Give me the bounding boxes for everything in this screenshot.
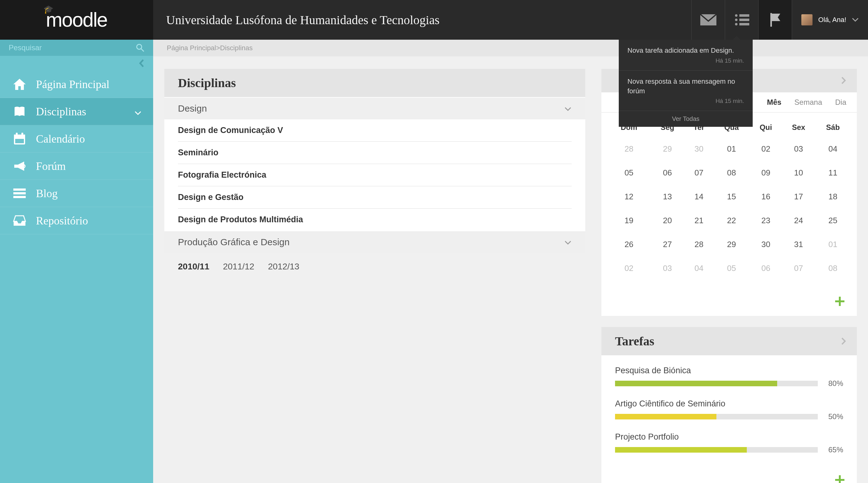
calendar-day[interactable]: 26 xyxy=(608,233,650,256)
add-task-button[interactable] xyxy=(601,469,857,483)
notifications-button[interactable] xyxy=(758,0,792,40)
add-event-button[interactable] xyxy=(601,290,857,316)
calendar-day[interactable]: 08 xyxy=(816,257,850,280)
page-title: Disciplinas xyxy=(164,69,585,97)
sidebar-item-calendar[interactable]: Calendário xyxy=(0,125,153,153)
calendar-day[interactable]: 17 xyxy=(782,185,815,208)
calendar-day[interactable]: 20 xyxy=(650,209,684,232)
calendar-day[interactable]: 06 xyxy=(750,257,781,280)
calendar-day[interactable]: 25 xyxy=(816,209,850,232)
calendar-day[interactable]: 11 xyxy=(816,161,850,184)
logo[interactable]: 🎓moodle xyxy=(0,0,153,40)
sidebar-item-inbox[interactable]: Repositório xyxy=(0,207,153,234)
calendar-tab[interactable]: Dia xyxy=(835,98,846,107)
calendar-day[interactable]: 23 xyxy=(750,209,781,232)
course-item[interactable]: Design e Gestão xyxy=(178,186,571,209)
sidebar-item-horn[interactable]: Forúm xyxy=(0,153,153,180)
calendar-day[interactable]: 15 xyxy=(713,185,750,208)
calendar-day[interactable]: 18 xyxy=(816,185,850,208)
calendar-day[interactable]: 27 xyxy=(650,233,684,256)
user-menu[interactable]: Olá, Ana! xyxy=(792,0,868,40)
calendar-day[interactable]: 30 xyxy=(685,137,713,160)
calendar-day[interactable]: 02 xyxy=(608,257,650,280)
progress-bar xyxy=(615,381,818,386)
sidebar-item-menu[interactable]: Blog xyxy=(0,180,153,207)
chevron-down-icon xyxy=(134,105,142,118)
task-percent: 65% xyxy=(824,446,843,454)
calendar-day[interactable]: 14 xyxy=(685,185,713,208)
calendar-day[interactable]: 09 xyxy=(750,161,781,184)
course-item[interactable]: Fotografia Electrónica xyxy=(178,164,571,186)
calendar-tab[interactable]: Mês xyxy=(767,98,781,107)
calendar-day[interactable]: 19 xyxy=(608,209,650,232)
breadcrumb-root[interactable]: Página Principal xyxy=(167,44,216,52)
sidebar-collapse-button[interactable] xyxy=(0,56,153,71)
sidebar-item-home[interactable]: Página Principal xyxy=(0,71,153,98)
calendar-day[interactable]: 02 xyxy=(750,137,781,160)
calendar-day[interactable]: 21 xyxy=(685,209,713,232)
calendar-day[interactable]: 29 xyxy=(650,137,684,160)
calendar-day[interactable]: 08 xyxy=(713,161,750,184)
greeting-text: Olá, Ana! xyxy=(818,16,846,24)
calendar-day[interactable]: 16 xyxy=(750,185,781,208)
search-input[interactable] xyxy=(9,43,136,52)
svg-point-5 xyxy=(735,23,738,25)
year-tab[interactable]: 2012/13 xyxy=(268,262,299,272)
course-section-header[interactable]: Design xyxy=(164,97,585,119)
calendar-day[interactable]: 31 xyxy=(782,233,815,256)
task-item[interactable]: Pesquisa de Biónica80% xyxy=(615,366,843,388)
calendar-day[interactable]: 07 xyxy=(782,257,815,280)
calendar-day[interactable]: 28 xyxy=(685,233,713,256)
calendar-day[interactable]: 01 xyxy=(713,137,750,160)
calendar-day[interactable]: 03 xyxy=(782,137,815,160)
calendar-day[interactable]: 22 xyxy=(713,209,750,232)
sidebar-item-label: Forúm xyxy=(36,160,66,173)
weekday-header: Sáb xyxy=(816,118,850,137)
calendar-day[interactable]: 28 xyxy=(608,137,650,160)
calendar-day[interactable]: 30 xyxy=(750,233,781,256)
calendar-day[interactable]: 12 xyxy=(608,185,650,208)
chevron-right-icon[interactable] xyxy=(841,73,846,88)
task-item[interactable]: Projecto Portfolio65% xyxy=(615,432,843,454)
course-section-header[interactable]: Produção Gráfica e Design xyxy=(164,231,585,253)
sidebar-item-label: Disciplinas xyxy=(36,105,86,118)
calendar-day[interactable]: 05 xyxy=(608,161,650,184)
mail-icon xyxy=(700,13,717,26)
view-all-notifications[interactable]: Ver Todas xyxy=(619,111,753,127)
chevron-right-icon[interactable] xyxy=(841,334,846,349)
calendar-day[interactable]: 01 xyxy=(816,233,850,256)
svg-rect-4 xyxy=(739,19,749,21)
calendar-day[interactable]: 24 xyxy=(782,209,815,232)
calendar-day[interactable]: 29 xyxy=(713,233,750,256)
calendar-tab[interactable]: Semana xyxy=(795,98,822,107)
calendar-day[interactable]: 05 xyxy=(713,257,750,280)
course-item[interactable]: Design de Produtos Multimédia xyxy=(178,209,571,231)
calendar-day[interactable]: 07 xyxy=(685,161,713,184)
year-tab[interactable]: 2010/11 xyxy=(178,262,209,272)
notification-item[interactable]: Nova tarefa adicionada em Design.Há 15 m… xyxy=(619,40,753,71)
svg-rect-17 xyxy=(13,196,26,198)
calendar-day[interactable]: 06 xyxy=(650,161,684,184)
year-tab[interactable]: 2011/12 xyxy=(223,262,254,272)
notifications-dropdown: Nova tarefa adicionada em Design.Há 15 m… xyxy=(619,40,753,127)
list-button[interactable] xyxy=(725,0,758,40)
calendar-day[interactable]: 13 xyxy=(650,185,684,208)
course-item[interactable]: Design de Comunicação V xyxy=(178,119,571,142)
calendar-day[interactable]: 04 xyxy=(816,137,850,160)
chevron-down-icon xyxy=(564,237,571,247)
horn-icon xyxy=(12,160,27,172)
chevron-left-icon xyxy=(138,59,145,68)
notification-item[interactable]: Nova resposta à sua mensagem no forúmHá … xyxy=(619,71,753,111)
calendar-day[interactable]: 04 xyxy=(685,257,713,280)
calendar-day[interactable]: 03 xyxy=(650,257,684,280)
svg-rect-6 xyxy=(739,23,749,25)
task-name: Pesquisa de Biónica xyxy=(615,366,843,375)
sidebar-item-label: Página Principal xyxy=(36,78,110,91)
course-item[interactable]: Seminário xyxy=(178,142,571,164)
mail-button[interactable] xyxy=(691,0,725,40)
calendar-day[interactable]: 10 xyxy=(782,161,815,184)
sidebar-item-book[interactable]: Disciplinas xyxy=(0,98,153,125)
svg-rect-11 xyxy=(14,134,25,138)
task-item[interactable]: Artigo Ciêntifico de Seminário50% xyxy=(615,399,843,421)
svg-line-9 xyxy=(141,49,144,52)
